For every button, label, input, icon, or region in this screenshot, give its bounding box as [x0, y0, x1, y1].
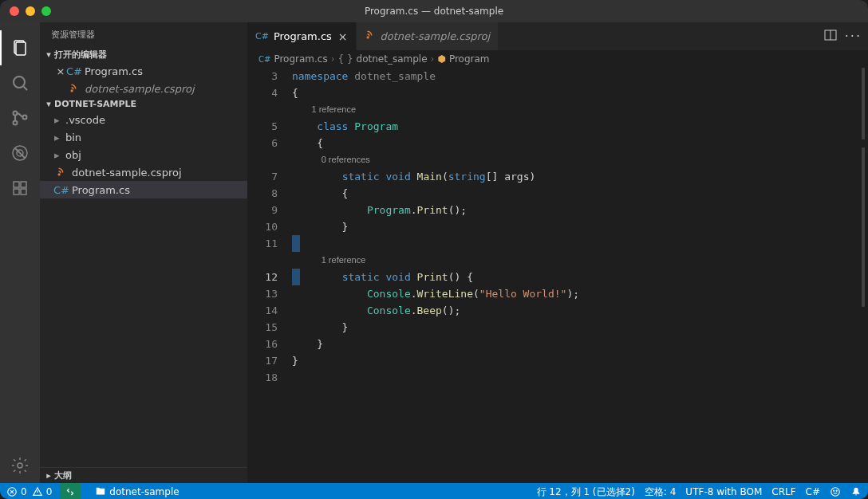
svg-rect-11	[21, 182, 26, 187]
status-feedback-icon[interactable]	[830, 486, 841, 497]
svg-rect-9	[14, 189, 19, 194]
more-actions-icon[interactable]: ···	[845, 29, 862, 44]
outline-section[interactable]: ▸大纲	[40, 467, 247, 483]
codelens[interactable]: 0 references	[322, 155, 370, 164]
tree-program[interactable]: C#Program.cs	[40, 181, 247, 198]
line-gutter: 3 4 5 6 7 8 9 10 11 12 13 14 15 16 17 18	[247, 68, 292, 483]
minimap[interactable]	[855, 68, 868, 355]
status-indent[interactable]: 空格: 4	[645, 485, 677, 499]
explorer-sidebar: 资源管理器 ▾打开的编辑器 × C# Program.cs dotnet-sam…	[40, 22, 247, 483]
window-controls	[10, 6, 51, 16]
svg-point-4	[14, 121, 18, 125]
project-section[interactable]: ▾DOTNET-SAMPLE	[40, 97, 247, 111]
close-tab-icon[interactable]: ×	[338, 30, 348, 43]
xml-icon	[365, 29, 376, 43]
search-icon[interactable]	[1, 65, 39, 100]
codelens[interactable]: 1 reference	[322, 255, 366, 265]
close-icon[interactable]: ×	[54, 65, 67, 77]
status-warnings[interactable]: 0	[32, 486, 53, 497]
breadcrumb[interactable]: C# Program.cs › { } dotnet_sample › ⬢ Pr…	[247, 50, 868, 68]
editor-area: C# Program.cs × dotnet-sample.csproj ···…	[247, 22, 868, 483]
csharp-icon: C#	[255, 31, 269, 41]
window-title: Program.cs — dotnet-sample	[365, 6, 503, 17]
status-errors[interactable]: 0	[6, 486, 27, 497]
close-window[interactable]	[10, 6, 19, 16]
tree-csproj[interactable]: dotnet-sample.csproj	[40, 163, 247, 181]
svg-point-20	[836, 490, 837, 491]
tree-obj[interactable]: ▸obj	[40, 146, 247, 163]
svg-point-15	[367, 37, 369, 38]
csharp-icon: C#	[54, 183, 69, 196]
source-control-icon[interactable]	[1, 100, 39, 136]
activity-bar	[0, 22, 40, 483]
svg-point-13	[71, 90, 73, 92]
svg-point-2	[14, 77, 25, 88]
status-lang[interactable]: C#	[806, 486, 820, 497]
svg-rect-1	[16, 42, 26, 55]
minimize-window[interactable]	[26, 6, 35, 16]
open-file-program[interactable]: × C# Program.cs	[40, 62, 247, 80]
split-editor-icon[interactable]	[824, 29, 837, 44]
svg-point-19	[834, 490, 834, 491]
explorer-icon[interactable]	[1, 30, 39, 65]
extensions-icon[interactable]	[1, 171, 39, 206]
tree-vscode[interactable]: ▸.vscode	[40, 111, 247, 128]
status-branch[interactable]: dotnet-sample	[95, 486, 179, 497]
xml-icon	[54, 166, 69, 179]
svg-point-5	[23, 116, 27, 120]
tab-bar: C# Program.cs × dotnet-sample.csproj ···	[247, 22, 868, 50]
selection	[292, 235, 300, 252]
class-icon: ⬢	[437, 53, 445, 65]
settings-gear-icon[interactable]	[1, 448, 39, 483]
csharp-icon: C#	[67, 65, 81, 77]
status-bar: 0 0 dotnet-sample 行 12，列 1 (已选择2) 空格: 4 …	[0, 483, 868, 499]
codelens[interactable]: 1 reference	[311, 104, 356, 114]
open-file-csproj[interactable]: dotnet-sample.csproj	[40, 80, 247, 97]
status-eol[interactable]: CRLF	[771, 486, 795, 497]
xml-icon	[67, 82, 81, 95]
title-bar: Program.cs — dotnet-sample	[0, 0, 868, 22]
svg-point-14	[58, 174, 60, 175]
code-editor[interactable]: 3 4 5 6 7 8 9 10 11 12 13 14 15 16 17 18	[247, 68, 868, 483]
svg-point-3	[14, 112, 18, 116]
tab-csproj[interactable]: dotnet-sample.csproj	[357, 22, 499, 50]
csharp-icon: C#	[258, 55, 270, 64]
tab-program[interactable]: C# Program.cs ×	[247, 22, 357, 50]
selection	[292, 269, 300, 285]
status-cursor[interactable]: 行 12，列 1 (已选择2)	[537, 485, 635, 499]
status-bell-icon[interactable]	[850, 486, 862, 497]
debug-icon[interactable]	[1, 136, 39, 171]
status-remote[interactable]	[60, 483, 81, 499]
sidebar-title: 资源管理器	[40, 22, 247, 47]
svg-point-18	[831, 488, 840, 497]
open-editors-section[interactable]: ▾打开的编辑器	[40, 47, 247, 62]
zoom-window[interactable]	[41, 6, 51, 16]
tree-bin[interactable]: ▸bin	[40, 128, 247, 146]
code-content[interactable]: namespace dotnet_sample { 1 reference cl…	[292, 68, 868, 483]
svg-rect-10	[21, 189, 26, 194]
svg-point-12	[18, 463, 22, 468]
svg-rect-8	[14, 182, 19, 187]
status-encoding[interactable]: UTF-8 with BOM	[685, 486, 762, 497]
